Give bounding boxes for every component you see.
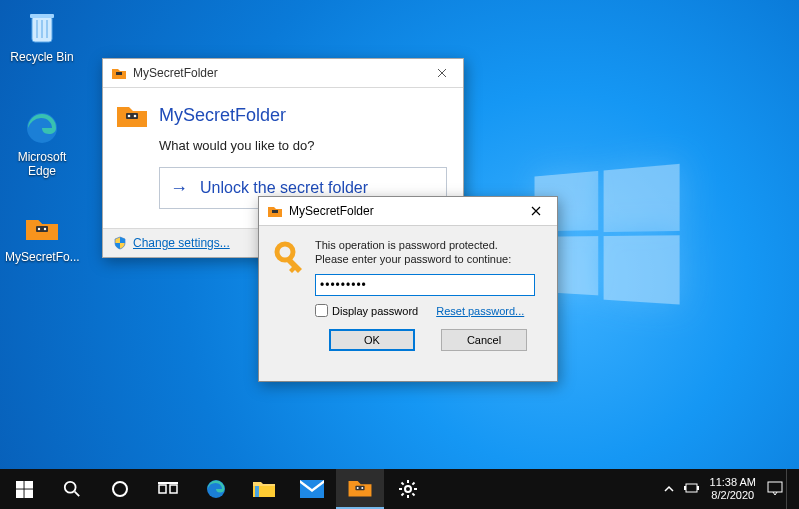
- edge-icon: [22, 108, 62, 148]
- desktop: Recycle Bin Microsoft Edge MySecretFo...…: [0, 0, 799, 509]
- svg-point-30: [357, 487, 359, 489]
- svg-rect-43: [684, 486, 686, 490]
- search-icon: [63, 480, 81, 498]
- chevron-up-icon: [664, 485, 674, 493]
- svg-rect-16: [24, 481, 33, 489]
- svg-rect-17: [16, 489, 24, 498]
- svg-rect-41: [686, 484, 697, 492]
- svg-point-11: [128, 115, 131, 118]
- task-view-icon: [158, 482, 178, 496]
- window-title: MySecretFolder: [289, 204, 515, 218]
- close-button[interactable]: [421, 59, 463, 87]
- svg-point-31: [361, 487, 363, 489]
- task-view-button[interactable]: [144, 469, 192, 509]
- taskbar-app-edge[interactable]: [192, 469, 240, 509]
- svg-rect-9: [116, 72, 122, 75]
- taskbar-app-mail[interactable]: [288, 469, 336, 509]
- mail-icon: [300, 480, 324, 498]
- prompt-text: What would you like to do?: [159, 138, 447, 153]
- wallpaper-logo: [535, 162, 700, 328]
- svg-rect-27: [255, 486, 259, 497]
- svg-point-32: [405, 486, 411, 492]
- unlock-label: Unlock the secret folder: [200, 179, 368, 197]
- svg-rect-44: [768, 482, 782, 492]
- file-explorer-icon: [252, 479, 276, 499]
- mysecretfolder-icon: [115, 98, 149, 132]
- cancel-button[interactable]: Cancel: [441, 329, 527, 351]
- svg-rect-42: [697, 486, 699, 490]
- titlebar[interactable]: MySecretFolder: [103, 59, 463, 88]
- display-password-checkbox[interactable]: Display password: [315, 304, 418, 317]
- uac-shield-icon: [113, 236, 127, 250]
- desktop-icon-recycle-bin[interactable]: Recycle Bin: [5, 8, 79, 64]
- gear-icon: [398, 479, 418, 499]
- svg-point-12: [134, 115, 137, 118]
- action-center-button[interactable]: [764, 481, 786, 498]
- taskbar-clock[interactable]: 11:38 AM 8/2/2020: [710, 476, 756, 502]
- password-dialog: MySecretFolder This operation is passwor…: [258, 196, 558, 382]
- cortana-button[interactable]: [96, 469, 144, 509]
- key-icon: [273, 238, 307, 282]
- app-heading: MySecretFolder: [159, 105, 286, 126]
- display-password-label: Display password: [332, 305, 418, 317]
- svg-point-19: [65, 482, 76, 493]
- edge-icon: [204, 477, 228, 501]
- svg-line-38: [412, 493, 414, 495]
- desktop-icon-label: Microsoft Edge: [5, 150, 79, 178]
- close-icon: [531, 206, 541, 216]
- start-button[interactable]: [0, 469, 48, 509]
- mysecretfolder-icon: [22, 208, 62, 248]
- battery-icon: [683, 482, 699, 494]
- ok-button[interactable]: OK: [329, 329, 415, 351]
- titlebar[interactable]: MySecretFolder: [259, 197, 557, 226]
- svg-line-37: [402, 483, 404, 485]
- taskbar-app-explorer[interactable]: [240, 469, 288, 509]
- recycle-bin-icon: [22, 8, 62, 48]
- svg-rect-13: [272, 210, 278, 213]
- desktop-icon-edge[interactable]: Microsoft Edge: [5, 108, 79, 178]
- close-button[interactable]: [515, 197, 557, 225]
- clock-time: 11:38 AM: [710, 476, 756, 489]
- taskbar-app-settings[interactable]: [384, 469, 432, 509]
- show-desktop-button[interactable]: [786, 469, 793, 509]
- svg-rect-23: [170, 485, 177, 493]
- tray-battery-icon[interactable]: [680, 482, 702, 497]
- svg-rect-24: [158, 482, 178, 484]
- password-input[interactable]: [315, 274, 535, 296]
- desktop-icon-mysecretfolder[interactable]: MySecretFo...: [5, 208, 79, 264]
- tray-overflow-button[interactable]: [658, 482, 680, 496]
- display-password-box[interactable]: [315, 304, 328, 317]
- desktop-icon-label: MySecretFo...: [5, 250, 79, 264]
- svg-rect-22: [159, 485, 166, 493]
- svg-rect-6: [36, 226, 48, 232]
- system-tray: 11:38 AM 8/2/2020: [658, 469, 799, 509]
- clock-date: 8/2/2020: [710, 489, 756, 502]
- taskbar-app-mysecretfolder[interactable]: [336, 469, 384, 509]
- windows-logo-icon: [16, 481, 33, 498]
- svg-point-21: [113, 482, 127, 496]
- mysecretfolder-icon: [347, 477, 373, 499]
- window-title: MySecretFolder: [133, 66, 421, 80]
- svg-point-8: [44, 228, 46, 230]
- app-icon: [267, 203, 283, 219]
- arrow-right-icon: →: [170, 178, 188, 199]
- cortana-icon: [111, 480, 129, 498]
- app-icon: [111, 65, 127, 81]
- dialog-message: This operation is password protected. Pl…: [315, 238, 541, 266]
- notification-icon: [767, 481, 783, 495]
- close-icon: [437, 68, 447, 78]
- svg-rect-15: [16, 481, 24, 489]
- svg-point-7: [38, 228, 40, 230]
- change-settings-label: Change settings...: [133, 236, 230, 250]
- svg-line-40: [412, 483, 414, 485]
- change-settings-link[interactable]: Change settings...: [113, 236, 230, 250]
- desktop-icon-label: Recycle Bin: [5, 50, 79, 64]
- taskbar: 11:38 AM 8/2/2020: [0, 469, 799, 509]
- svg-rect-18: [24, 489, 33, 498]
- reset-password-link[interactable]: Reset password...: [436, 305, 524, 317]
- svg-rect-1: [30, 14, 54, 18]
- svg-line-20: [75, 492, 80, 497]
- search-button[interactable]: [48, 469, 96, 509]
- svg-line-39: [402, 493, 404, 495]
